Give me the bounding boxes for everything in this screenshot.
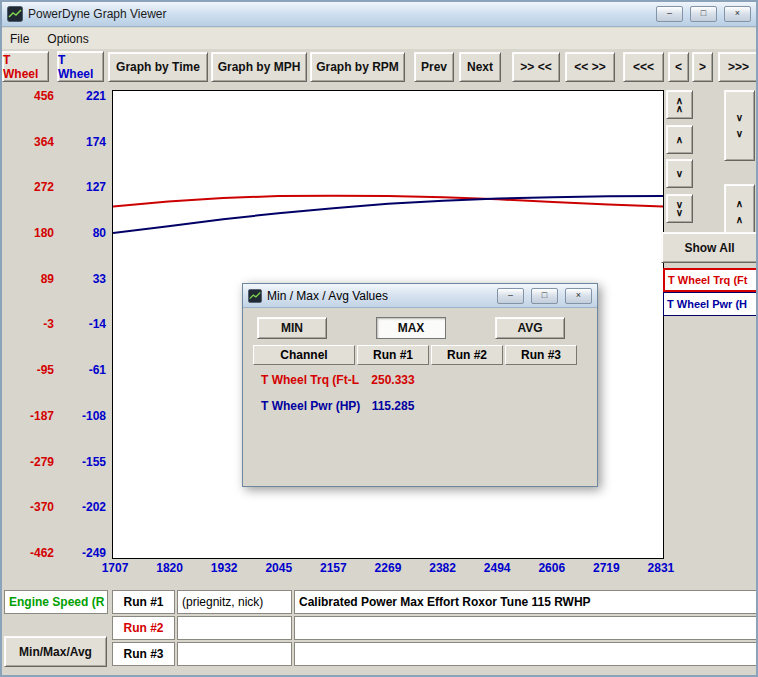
show-all-button[interactable]: Show All [661,232,758,263]
y-axis-torque: 456 364 272 180 89 -3 -95 -187 -279 -370… [4,89,54,560]
graph-by-rpm-button[interactable]: Graph by RPM [310,52,405,82]
column-header-run1[interactable]: Run #1 [357,345,429,365]
y-tick: -249 [58,546,106,560]
legend-torque[interactable]: T Wheel Trq (Ft [663,268,758,292]
titlebar: PowerDyne Graph Viewer – □ × [2,2,756,27]
zoom-in-button[interactable]: >> << [512,52,560,82]
y-tick: 364 [4,135,54,149]
y-tick: 80 [58,226,106,240]
y-tick: 221 [58,89,106,103]
column-header-run3[interactable]: Run #3 [505,345,577,365]
x-tick: 2157 [314,561,352,575]
power-curve [113,196,663,233]
x-tick: 2494 [478,561,516,575]
y-tick: 180 [4,226,54,240]
run2-description-field[interactable] [294,616,758,640]
column-header-channel[interactable]: Channel [253,345,355,365]
scale-down-icon[interactable]: ∨ ∨ [666,194,693,223]
y-tick: 89 [4,272,54,286]
window-title: PowerDyne Graph Viewer [28,7,649,21]
next-button[interactable]: Next [459,52,501,82]
menu-file[interactable]: File [10,32,29,46]
pan-up-icon[interactable]: ∧ [666,125,693,154]
max-button[interactable]: MAX [376,317,446,339]
y-tick: -95 [4,363,54,377]
channel-tab-torque[interactable]: T Wheel [2,51,49,82]
app-window: PowerDyne Graph Viewer – □ × File Option… [0,0,758,677]
y-tick: 33 [58,272,106,286]
scroll-left-button[interactable]: < [668,52,689,82]
y-tick: 127 [58,180,106,194]
min-max-avg-dialog: Min / Max / Avg Values – □ × MIN MAX AVG… [242,283,598,487]
dialog-titlebar: Min / Max / Avg Values – □ × [243,284,597,308]
x-channel-selector[interactable]: Engine Speed (R [4,590,108,614]
run2-driver-field[interactable] [177,616,292,640]
x-tick: 2831 [642,561,680,575]
run3-description-field[interactable] [294,642,758,666]
run1-label[interactable]: Run #1 [112,590,175,614]
y-tick: -202 [58,500,106,514]
y-tick: -155 [58,455,106,469]
y-tick: -370 [4,500,54,514]
scroll-fast-left-button[interactable]: <<< [623,52,664,82]
y-tick: 272 [4,180,54,194]
close-button[interactable]: × [724,6,751,22]
min-max-avg-button[interactable]: Min/Max/Avg [4,636,107,667]
x-tick: 1820 [151,561,189,575]
maximize-button[interactable]: □ [690,6,717,22]
run3-label[interactable]: Run #3 [112,642,175,666]
row-torque-run1-value: 250.333 [357,373,429,387]
y-tick: -462 [4,546,54,560]
y-axis-power: 221 174 127 80 33 -14 -61 -108 -155 -202… [58,89,106,560]
run2-label[interactable]: Run #2 [112,616,175,640]
run3-driver-field[interactable] [177,642,292,666]
graph-by-mph-button[interactable]: Graph by MPH [211,52,307,82]
menubar: File Options [2,28,756,49]
app-icon [7,6,23,22]
legend-power[interactable]: T Wheel Pwr (H [663,292,758,316]
y-tick: 456 [4,89,54,103]
x-tick: 1932 [205,561,243,575]
avg-button[interactable]: AVG [495,317,565,339]
run1-description-field[interactable]: Calibrated Power Max Effort Roxor Tune 1… [294,590,758,614]
y-tick: -3 [4,317,54,331]
x-tick: 2269 [369,561,407,575]
min-button[interactable]: MIN [257,317,327,339]
minimize-button[interactable]: – [656,6,683,22]
dialog-title: Min / Max / Avg Values [267,289,490,303]
x-tick: 1707 [96,561,134,575]
pan-down-icon[interactable]: ∨ [666,159,693,188]
column-header-run2[interactable]: Run #2 [431,345,503,365]
scroll-right-button[interactable]: > [692,52,713,82]
y-tick: -108 [58,409,106,423]
dialog-maximize-button[interactable]: □ [531,288,558,304]
scroll-fast-right-button[interactable]: >>> [718,52,758,82]
zoom-out-button[interactable]: << >> [565,52,615,82]
dialog-body: MIN MAX AVG Channel Run #1 Run #2 Run #3… [243,308,597,487]
dialog-close-button[interactable]: × [565,288,592,304]
menu-options[interactable]: Options [47,32,88,46]
x-tick: 2606 [533,561,571,575]
dialog-icon [248,289,262,303]
x-axis: 1707 1820 1932 2045 2157 2269 2382 2494 … [96,561,680,575]
scale-up-icon[interactable]: ∧ ∧ [666,90,693,119]
x-tick: 2719 [587,561,625,575]
row-power-run1-value: 115.285 [357,399,429,413]
run1-driver-field[interactable]: (priegnitz, nick) [177,590,292,614]
x-tick: 2045 [260,561,298,575]
channel-tab-power[interactable]: T Wheel [57,51,104,82]
y-tick: -61 [58,363,106,377]
graph-by-time-button[interactable]: Graph by Time [108,52,208,82]
prev-button[interactable]: Prev [414,52,454,82]
y-tick: -279 [4,455,54,469]
x-tick: 2382 [424,561,462,575]
row-torque-channel: T Wheel Trq (Ft-L [261,373,359,387]
y-tick: 174 [58,135,106,149]
y-tick: -187 [4,409,54,423]
expand-down-icon[interactable]: ∨ ∨ [724,90,755,161]
y-tick: -14 [58,317,106,331]
row-power-channel: T Wheel Pwr (HP) [261,399,360,413]
dialog-minimize-button[interactable]: – [497,288,524,304]
